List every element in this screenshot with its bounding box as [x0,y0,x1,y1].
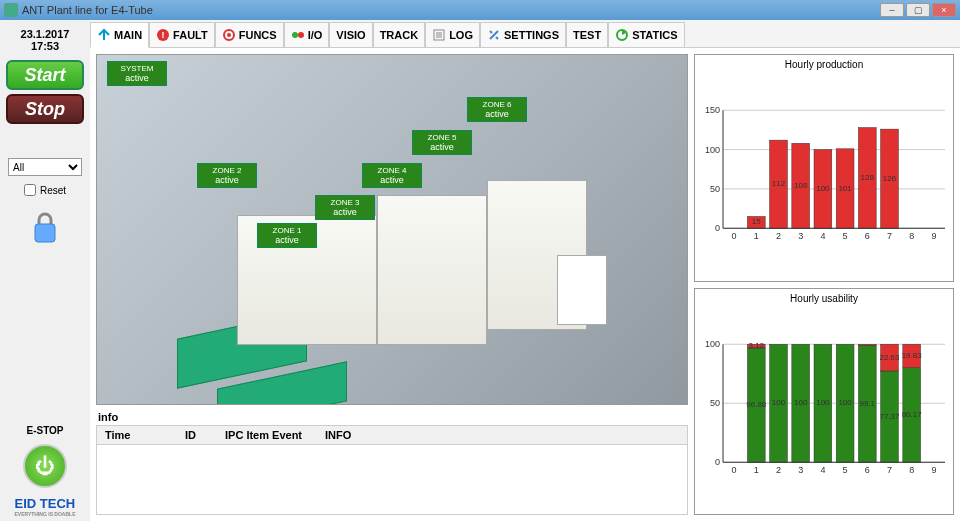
io-icon [291,28,305,42]
estop-button[interactable]: ⏻ [23,444,67,488]
svg-text:100: 100 [838,398,852,407]
tab-test[interactable]: TEST [566,22,608,47]
svg-text:2: 2 [776,231,781,241]
svg-text:7: 7 [887,231,892,241]
svg-text:3: 3 [798,231,803,241]
zone-3[interactable]: ZONE 3active [315,195,375,220]
tab-track[interactable]: TRACK [373,22,426,47]
main-icon [97,28,111,42]
start-button[interactable]: Start [6,60,84,90]
svg-text:3: 3 [798,465,803,475]
window-titlebar: ANT Plant line for E4-Tube – ▢ × [0,0,960,20]
chart-production: Hourly production 0501001501511210810010… [694,54,954,282]
svg-text:128: 128 [861,173,875,182]
svg-point-4 [227,33,231,37]
stop-button[interactable]: Stop [6,94,84,124]
plant-view: SYSTEM active ZONE 2active ZONE 1active … [96,54,688,405]
svg-text:50: 50 [710,184,720,194]
svg-text:96.88: 96.88 [746,400,767,409]
logo-text: EID TECH [15,496,76,511]
reset-label: Reset [40,185,66,196]
info-panel: info Time ID IPC Item Event INFO [96,409,688,515]
machine-3d [177,175,617,395]
svg-text:77.37: 77.37 [879,411,900,420]
logo: EID TECH EVERYTHING IS DOABLE [15,496,76,517]
app-icon [4,3,18,17]
zone-4[interactable]: ZONE 4active [362,163,422,188]
svg-text:100: 100 [816,184,830,193]
tab-funcs[interactable]: FUNCS [215,22,284,47]
tab-log[interactable]: LOG [425,22,480,47]
svg-text:4: 4 [820,231,825,241]
reset-row[interactable]: Reset [24,184,66,196]
maximize-button[interactable]: ▢ [906,3,930,17]
sidebar: 23.1.2017 17:53 Start Stop All Reset E-S… [0,20,90,521]
window-title: ANT Plant line for E4-Tube [22,4,880,16]
svg-text:9: 9 [931,231,936,241]
svg-text:0: 0 [715,223,720,233]
svg-text:108: 108 [794,181,808,190]
log-icon [432,28,446,42]
logo-subtext: EVERYTHING IS DOABLE [15,511,76,517]
svg-text:!: ! [162,30,165,40]
col-id: ID [177,426,217,444]
svg-text:3.12: 3.12 [749,341,765,350]
zone-5[interactable]: ZONE 5active [412,130,472,155]
svg-text:100: 100 [772,398,786,407]
svg-text:1: 1 [754,231,759,241]
col-ipc: IPC Item Event [217,426,317,444]
svg-text:22.63: 22.63 [879,352,900,361]
time-text: 17:53 [21,40,70,52]
unit-2 [377,195,487,345]
statics-icon [615,28,629,42]
info-title: info [96,409,688,425]
chart-usability: Hourly usability 05010096.883.1210010010… [694,288,954,516]
svg-text:126: 126 [883,174,897,183]
tab-bar: MAIN !FAULT FUNCS I/O VISIO TRACK LOG SE… [90,20,960,48]
tab-statics[interactable]: STATICS [608,22,684,47]
tab-io[interactable]: I/O [284,22,330,47]
svg-text:15: 15 [752,217,761,226]
zone-system[interactable]: SYSTEM active [107,61,167,86]
filter-dropdown[interactable]: All [8,158,82,176]
close-button[interactable]: × [932,3,956,17]
tab-visio[interactable]: VISIO [329,22,372,47]
tab-main[interactable]: MAIN [90,22,149,48]
svg-text:19.83: 19.83 [902,350,923,359]
svg-text:5: 5 [843,465,848,475]
svg-text:8: 8 [909,231,914,241]
zone-2[interactable]: ZONE 2active [197,163,257,188]
funcs-icon [222,28,236,42]
svg-text:2: 2 [776,465,781,475]
chart-usability-title: Hourly usability [699,293,949,304]
svg-text:0: 0 [732,465,737,475]
datetime: 23.1.2017 17:53 [17,24,74,56]
svg-point-6 [298,32,304,38]
tab-settings[interactable]: SETTINGS [480,22,566,47]
date-text: 23.1.2017 [21,28,70,40]
svg-text:8: 8 [909,465,914,475]
svg-text:50: 50 [710,398,720,408]
svg-text:7: 7 [887,465,892,475]
svg-rect-66 [858,344,876,345]
col-time: Time [97,426,177,444]
svg-text:100: 100 [794,398,808,407]
svg-rect-0 [35,224,55,242]
minimize-button[interactable]: – [880,3,904,17]
unit-4 [557,255,607,325]
zone-6[interactable]: ZONE 6active [467,97,527,122]
svg-text:6: 6 [865,231,870,241]
svg-text:100: 100 [705,339,720,349]
svg-text:9: 9 [931,465,936,475]
tab-fault[interactable]: !FAULT [149,22,215,47]
svg-text:6: 6 [865,465,870,475]
col-info: INFO [317,426,687,444]
zone-1[interactable]: ZONE 1active [257,223,317,248]
lock-icon[interactable] [29,210,61,246]
settings-icon [487,28,501,42]
fault-icon: ! [156,28,170,42]
svg-text:80.17: 80.17 [902,409,923,418]
svg-text:0: 0 [732,231,737,241]
info-table: Time ID IPC Item Event INFO [96,425,688,515]
reset-checkbox[interactable] [24,184,36,196]
